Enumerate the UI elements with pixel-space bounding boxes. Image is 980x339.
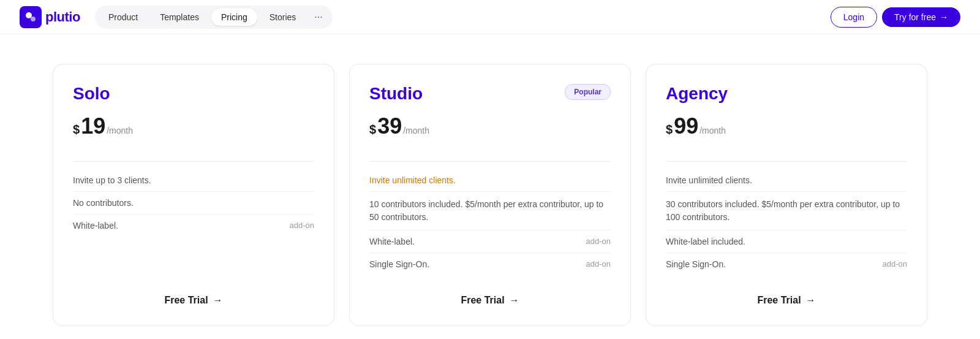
- card-footer-agency: Free Trial →: [666, 275, 907, 306]
- feature-text-whitelabel-agency: White-label included.: [666, 237, 745, 246]
- feature-whitelabel-studio: White-label. add-on: [369, 230, 611, 253]
- free-trial-button-solo[interactable]: Free Trial →: [164, 295, 222, 306]
- price-period-solo: /month: [107, 126, 133, 135]
- feature-text-clients-solo: Invite up to 3 clients.: [73, 175, 151, 185]
- divider-studio: [369, 161, 611, 162]
- feature-text-sso-agency: Single Sign-On.: [666, 259, 726, 269]
- feature-text-whitelabel-solo: White-label.: [73, 221, 118, 230]
- pricing-section: Solo $ 19 /month Invite up to 3 clients.…: [0, 34, 980, 339]
- nav-more-button[interactable]: ···: [308, 8, 328, 26]
- card-header-solo: Solo: [73, 84, 314, 104]
- feature-text-clients-agency: Invite unlimited clients.: [666, 175, 752, 185]
- feature-tag-sso-agency: add-on: [883, 259, 907, 269]
- feature-contributors-agency: 30 contributors included. $5/month per e…: [666, 192, 907, 230]
- price-amount-solo: 19: [81, 113, 105, 139]
- card-footer-studio: Free Trial →: [369, 275, 611, 306]
- feature-tag-whitelabel-studio: add-on: [586, 237, 611, 246]
- navbar: plutio Product Templates Pricing Stories…: [0, 0, 980, 34]
- logo-icon: [20, 6, 42, 28]
- price-row-solo: $ 19 /month: [73, 113, 314, 139]
- price-dollar-studio: $: [369, 123, 376, 137]
- logo[interactable]: plutio: [20, 6, 80, 28]
- nav-item-pricing[interactable]: Pricing: [211, 9, 257, 26]
- plan-card-solo: Solo $ 19 /month Invite up to 3 clients.…: [53, 64, 334, 326]
- feature-tag-whitelabel-solo: add-on: [290, 221, 314, 230]
- free-trial-button-agency[interactable]: Free Trial →: [757, 295, 815, 306]
- feature-sso-agency: Single Sign-On. add-on: [666, 253, 907, 275]
- plan-name-studio: Studio: [369, 84, 423, 104]
- feature-contributors-studio: 10 contributors included. $5/month per e…: [369, 192, 611, 230]
- plan-name-solo: Solo: [73, 84, 110, 104]
- svg-point-1: [31, 17, 36, 21]
- card-header-studio: Studio Popular: [369, 84, 611, 104]
- nav-item-product[interactable]: Product: [99, 9, 148, 26]
- price-row-agency: $ 99 /month: [666, 113, 907, 139]
- price-row-studio: $ 39 /month: [369, 113, 611, 139]
- divider-agency: [666, 161, 907, 162]
- feature-text-sso-studio: Single Sign-On.: [369, 259, 429, 269]
- svg-point-0: [26, 12, 32, 18]
- free-trial-button-studio[interactable]: Free Trial →: [461, 295, 519, 306]
- nav-item-templates[interactable]: Templates: [150, 9, 209, 26]
- nav-item-stories[interactable]: Stories: [260, 9, 306, 26]
- price-dollar-agency: $: [666, 123, 673, 137]
- card-footer-solo: Free Trial →: [73, 275, 314, 306]
- feature-whitelabel-solo: White-label. add-on: [73, 215, 314, 237]
- price-amount-studio: 39: [377, 113, 402, 139]
- feature-sso-studio: Single Sign-On. add-on: [369, 253, 611, 275]
- divider-solo: [73, 161, 314, 162]
- feature-clients-studio: Invite unlimited clients.: [369, 169, 611, 192]
- feature-clients-solo: Invite up to 3 clients.: [73, 169, 314, 192]
- feature-clients-agency: Invite unlimited clients.: [666, 169, 907, 192]
- nav-menu: Product Templates Pricing Stories ···: [95, 6, 333, 29]
- price-period-studio: /month: [403, 126, 429, 135]
- feature-text-whitelabel-studio: White-label.: [369, 237, 415, 246]
- plan-name-agency: Agency: [666, 84, 728, 104]
- feature-text-clients-studio: Invite unlimited clients.: [369, 175, 456, 185]
- feature-text-contributors-solo: No contributors.: [73, 198, 134, 208]
- plan-card-agency: Agency $ 99 /month Invite unlimited clie…: [646, 64, 927, 326]
- nav-right: Login Try for free →: [831, 7, 960, 28]
- features-studio: Invite unlimited clients. 10 contributor…: [369, 169, 611, 275]
- popular-badge-studio: Popular: [565, 84, 611, 100]
- feature-tag-sso-studio: add-on: [586, 259, 611, 269]
- feature-contributors-solo: No contributors.: [73, 192, 314, 215]
- price-amount-agency: 99: [674, 113, 698, 139]
- try-for-free-button[interactable]: Try for free →: [882, 7, 960, 27]
- plan-card-studio: Studio Popular $ 39 /month Invite unlimi…: [349, 64, 631, 326]
- features-solo: Invite up to 3 clients. No contributors.…: [73, 169, 314, 275]
- login-button[interactable]: Login: [831, 7, 877, 28]
- price-dollar-solo: $: [73, 123, 80, 137]
- logo-text: plutio: [45, 9, 80, 25]
- features-agency: Invite unlimited clients. 30 contributor…: [666, 169, 907, 275]
- price-period-agency: /month: [699, 126, 726, 135]
- feature-whitelabel-agency: White-label included.: [666, 230, 907, 253]
- card-header-agency: Agency: [666, 84, 907, 104]
